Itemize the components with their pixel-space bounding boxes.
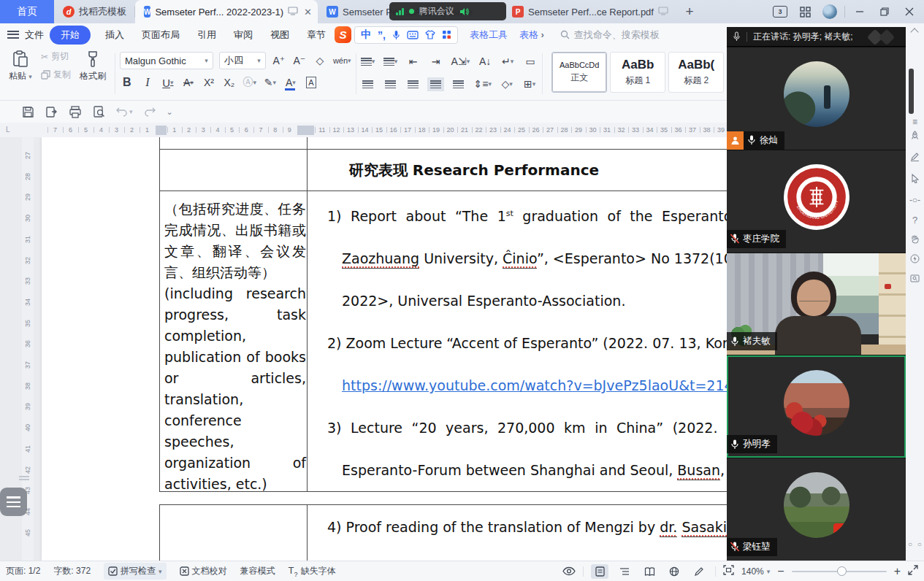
style-cell[interactable]: AaBbCcDd正文 [551, 52, 607, 93]
new-tab-button[interactable]: + [679, 0, 700, 23]
tab-stop-selector[interactable]: L [6, 126, 10, 134]
doc-line[interactable]: 4) Proof reading of the translation of M… [342, 506, 727, 548]
spell-check-button[interactable]: 拼写检查▾ [104, 563, 167, 580]
outline-view-button[interactable] [616, 564, 633, 579]
participant-tile[interactable]: ★梁钰堃 [727, 458, 906, 561]
superscript-button[interactable]: X² [202, 74, 216, 91]
highlight-button[interactable]: ✎ ▾ [263, 74, 278, 91]
scrollbar-thumb[interactable] [909, 69, 914, 114]
lightning-icon[interactable] [906, 253, 924, 263]
align-left-button[interactable] [361, 76, 375, 92]
save-icon[interactable] [22, 106, 34, 118]
ink-annotate-button[interactable] [690, 564, 708, 579]
align-center-button[interactable] [383, 76, 398, 92]
account-avatar[interactable] [820, 3, 840, 20]
align-right-button[interactable] [406, 76, 421, 92]
zoom-in-button[interactable]: + [894, 565, 901, 578]
zoom-slider-thumb[interactable] [837, 566, 847, 576]
participant-tile[interactable]: 褚夫敏 [727, 253, 906, 355]
share-screen-icon[interactable] [288, 7, 298, 18]
hyperlink[interactable]: https://www.youtube.com/watch?v=bJvePz5l… [342, 377, 740, 393]
missing-font-button[interactable]: T? 缺失字体 [289, 565, 336, 578]
style-cell[interactable]: AaBb标题 1 [610, 52, 665, 93]
tab-pdf[interactable]: P Semseter Perf...ce Report.pdf [503, 0, 679, 23]
distribute-button[interactable] [451, 76, 466, 92]
find-in-box-icon[interactable] [906, 273, 924, 283]
tencent-meeting-mini-bar[interactable]: 腾讯会议 [389, 2, 506, 20]
close-tab-icon[interactable]: ✕ [304, 7, 312, 18]
restore-button[interactable] [874, 3, 895, 20]
menu-file[interactable]: 文件 [25, 28, 44, 42]
web-view-button[interactable] [665, 564, 683, 579]
menu-tab-home-active[interactable]: 开始 [50, 26, 91, 45]
numbered-list-button[interactable]: ▾ [383, 53, 398, 69]
help-icon[interactable]: ? [906, 215, 924, 226]
participant-tile[interactable]: 徐灿 [727, 47, 906, 150]
page-view-button[interactable] [591, 564, 608, 579]
menu-item[interactable]: 审阅 [234, 28, 253, 42]
cut-button[interactable]: ✂剪切 [41, 50, 71, 63]
format-painter-button[interactable]: 格式刷 [75, 50, 110, 82]
copy-button[interactable]: 复制 [41, 69, 71, 81]
doc-section-title[interactable]: 研究表现 Research Performance [159, 150, 789, 190]
collapse-meeting-icon[interactable] [910, 28, 918, 36]
hamburger-icon[interactable] [7, 31, 19, 39]
minimize-button[interactable] [849, 3, 870, 20]
participant-tile[interactable]: ZAOZHUANG UNIVERSITY枣庄学院 [727, 150, 906, 253]
context-tab-table-tools[interactable]: 表格工具 [470, 28, 508, 42]
justify-button[interactable] [429, 76, 443, 92]
menu-item[interactable]: 插入 [105, 28, 124, 42]
bold-button[interactable]: B [120, 74, 134, 91]
menu-item[interactable]: 引用 [197, 28, 216, 42]
workspace-grid-icon[interactable] [795, 3, 815, 20]
meeting-panel[interactable]: 正在讲话: 孙明孝; 褚夫敏; 徐灿ZAOZHUANG UNIVERSITY枣庄… [727, 27, 906, 561]
pen-icon[interactable] [906, 151, 924, 161]
strikethrough-button[interactable]: A ▾ [181, 74, 196, 91]
sogou-logo-icon[interactable]: S [335, 26, 351, 43]
bullet-list-button[interactable]: ▾ [361, 53, 375, 69]
customize-toolbar-icon[interactable]: ⌄ [167, 107, 173, 117]
doc-left-cell[interactable]: （包括研究进度、任务完成情况、出版书籍或文章、翻译、会议发言、组织活动等） (i… [164, 199, 306, 495]
menu-item[interactable]: 视图 [270, 28, 289, 42]
rocket-icon[interactable] [906, 130, 924, 140]
word-count[interactable]: 字数: 372 [53, 565, 91, 577]
pinyin-guide-icon[interactable]: wén▾ [333, 53, 351, 69]
command-search[interactable]: 查找命令、搜索模板 [560, 28, 660, 42]
zoom-slider[interactable] [792, 571, 887, 572]
shading-button[interactable]: ◇ ▾ [500, 76, 514, 92]
font-color-button[interactable]: A ▾ [283, 74, 298, 91]
ruler-marker[interactable] [156, 126, 167, 135]
ime-mode-chinese[interactable]: 中 [361, 28, 371, 42]
subscript-button[interactable]: X₂ [222, 74, 237, 91]
ruler-toggle-icon[interactable]: ▭ [523, 53, 538, 69]
zoom-level[interactable]: 140%▾ [741, 566, 770, 577]
ime-keyboard-icon[interactable] [407, 31, 419, 39]
ime-mic-icon[interactable] [392, 30, 400, 40]
wps-days-icon[interactable]: 3 [773, 6, 787, 18]
clear-format-icon[interactable]: ◇ [313, 53, 327, 69]
ime-tools-grid-icon[interactable] [442, 30, 451, 39]
compatibility-mode-label[interactable]: 兼容模式 [240, 565, 275, 577]
print-icon[interactable] [69, 106, 82, 118]
ruler-marker[interactable] [297, 126, 314, 135]
page-dots-icon[interactable]: ○ ○ [908, 540, 923, 548]
increase-indent-button[interactable]: ⇥ [429, 53, 443, 69]
font-size-select[interactable]: 小四▾ [219, 52, 266, 69]
read-mode-button[interactable] [641, 564, 658, 579]
zoom-out-button[interactable]: − [777, 565, 784, 578]
navigation-pane-handle[interactable] [0, 488, 27, 516]
document-proof-button[interactable]: 文档校对 [180, 565, 227, 577]
text-effects-button[interactable]: Ⓐ ▾ [243, 74, 257, 91]
undo-icon[interactable] [116, 107, 128, 117]
increase-font-icon[interactable]: A⁺ [272, 53, 286, 69]
close-window-button[interactable] [899, 3, 920, 20]
underline-button[interactable]: U ▾ [161, 74, 175, 91]
italic-button[interactable]: I [140, 74, 155, 91]
sort-button[interactable]: A↓ [478, 53, 492, 69]
export-pdf-icon[interactable] [45, 106, 58, 118]
ime-skin-icon[interactable] [425, 30, 435, 39]
line-spacing-button[interactable]: ⇕≡ ▾ [474, 76, 492, 92]
tab-document-active[interactable]: W Semseter Perf... 2022-2023-1) ✕ [135, 0, 318, 23]
text-layout-button[interactable]: A⇲ ▾ [451, 53, 470, 69]
nav-mini-handle[interactable] [19, 476, 29, 482]
